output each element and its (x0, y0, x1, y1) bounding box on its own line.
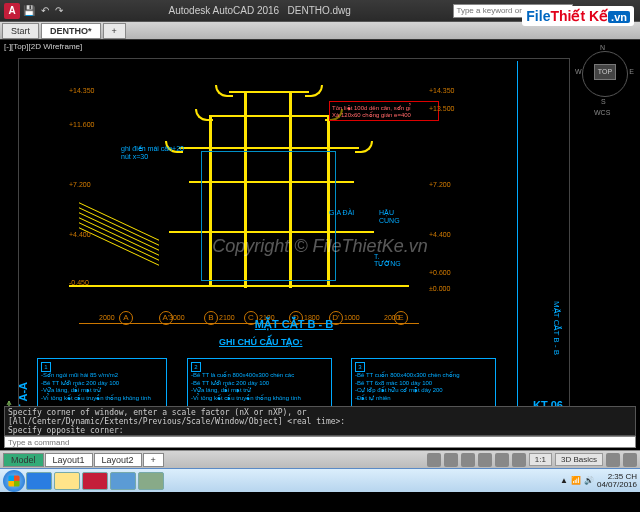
taskbar-explorer-icon[interactable] (54, 472, 80, 490)
title-block: MẶT CẮT B - B (517, 61, 567, 415)
qat-undo-icon[interactable]: ↶ (41, 5, 49, 16)
annotation: ghi điền mái cân+20nút x=30 (121, 145, 184, 160)
layout-tab-add[interactable]: + (143, 453, 164, 467)
command-history[interactable]: Specify corner of window, enter a scale … (4, 406, 636, 436)
tab-new[interactable]: + (103, 23, 126, 39)
layout-tab-1[interactable]: Layout1 (45, 453, 93, 467)
elevation-mark: +13.500 (429, 105, 455, 112)
scale-list[interactable]: 1:1 (529, 453, 552, 466)
elevation-mark: +4.400 (69, 231, 91, 238)
elevation-mark: +7.200 (429, 181, 451, 188)
note-box-2: 2 -Bê TT là cuốn 800x400x300 chèn các -B… (187, 358, 332, 407)
notes-title: GHI CHÚ CẤU TẠO: (219, 337, 303, 347)
stairs (79, 221, 159, 271)
drawing-area[interactable]: [-][Top][2D Wireframe] N S E W TOP WCS T… (0, 40, 640, 450)
grid-toggle-icon[interactable] (444, 453, 458, 467)
dimension: 2000 (384, 314, 400, 321)
window-title: Autodesk AutoCAD 2016 DENTHO.dwg (66, 5, 453, 16)
ortho-toggle-icon[interactable] (478, 453, 492, 467)
tab-start[interactable]: Start (2, 23, 39, 39)
layout-tab-2[interactable]: Layout2 (94, 453, 142, 467)
elevation-mark: ±0.000 (429, 285, 450, 292)
viewport-controls[interactable]: [-][Top][2D Wireframe] (4, 42, 82, 51)
osnap-toggle-icon[interactable] (512, 453, 526, 467)
dimension: 2000 (99, 314, 115, 321)
app-menu-button[interactable]: A (4, 3, 20, 19)
polar-toggle-icon[interactable] (495, 453, 509, 467)
clean-screen-icon[interactable] (623, 453, 637, 467)
qat-save-icon[interactable]: 💾 (23, 5, 35, 16)
command-input[interactable] (4, 436, 636, 448)
elevation-mark: +7.200 (69, 181, 91, 188)
room-label: HẬU CUNG (379, 209, 400, 224)
note-box-3: 3 -Bê TT cuốn 800x400x300 chèn chống -Bê… (351, 358, 496, 407)
section-title: MẶT CẮT B - B (255, 318, 333, 331)
elevation-mark: +0.600 (429, 269, 451, 276)
viewcube-s[interactable]: S (601, 98, 606, 105)
modelspace-toggle-icon[interactable] (427, 453, 441, 467)
viewcube-n[interactable]: N (600, 44, 605, 51)
taskbar-app-icon[interactable] (138, 472, 164, 490)
room-label: T. TƯỜNG (374, 253, 401, 268)
elevation-mark: +14.350 (69, 87, 95, 94)
dimension: 2100 (219, 314, 235, 321)
brand-overlay: FileThiết Kế.vn (522, 6, 634, 26)
titleblock-view: MẶT CẮT B - B (552, 301, 561, 355)
elevation-mark: +11.600 (69, 121, 95, 128)
tray-flag-icon[interactable]: ▲ (560, 476, 568, 485)
qat-redo-icon[interactable]: ↷ (55, 5, 63, 16)
taskbar-autocad-icon[interactable] (82, 472, 108, 490)
windows-taskbar: ▲ 📶 🔊 2:35 CH 04/07/2016 (0, 468, 640, 492)
note-box-1: 1 -Sơn ngói mũi hài 85 v/m/m2 -Bê TT lướ… (37, 358, 167, 407)
elevation-mark: +14.350 (429, 87, 455, 94)
gear-icon[interactable] (606, 453, 620, 467)
tab-document[interactable]: DENTHO* (41, 23, 101, 39)
viewcube-e[interactable]: E (629, 68, 634, 75)
start-button[interactable] (3, 470, 25, 492)
viewcube-top[interactable]: TOP (594, 64, 616, 80)
callout-note: Tôn liệt 100d dên cân, sơn gỉXà 120x60 c… (329, 101, 439, 121)
dimension: 1000 (344, 314, 360, 321)
viewcube-w[interactable]: W (575, 68, 582, 75)
status-bar: Model Layout1 Layout2 + 1:1 3D Basics (0, 450, 640, 468)
viewcube[interactable]: N S E W TOP WCS (580, 46, 630, 102)
elevation-mark: +4.400 (429, 231, 451, 238)
room-label: GIA ĐÀI (329, 209, 354, 216)
taskbar-app-icon[interactable] (110, 472, 136, 490)
taskbar-ie-icon[interactable] (26, 472, 52, 490)
tray-date[interactable]: 04/07/2016 (597, 481, 637, 489)
elevation-mark: -0.450 (69, 279, 89, 286)
tray-network-icon[interactable]: 📶 (571, 476, 581, 485)
viewcube-wcs[interactable]: WCS (594, 109, 610, 116)
layout-tab-model[interactable]: Model (3, 453, 44, 467)
snap-toggle-icon[interactable] (461, 453, 475, 467)
tray-volume-icon[interactable]: 🔊 (584, 476, 594, 485)
building-section: GIA ĐÀI HẬU CUNG T. TƯỜNG Tôn liệt 100d … (139, 81, 399, 301)
dimension: 3000 (169, 314, 185, 321)
system-tray[interactable]: ▲ 📶 🔊 2:35 CH 04/07/2016 (560, 473, 637, 489)
drawing-sheet: T A-A GIA ĐÀI HẬU CUNG (18, 58, 570, 418)
workspace-switch[interactable]: 3D Basics (555, 453, 603, 466)
